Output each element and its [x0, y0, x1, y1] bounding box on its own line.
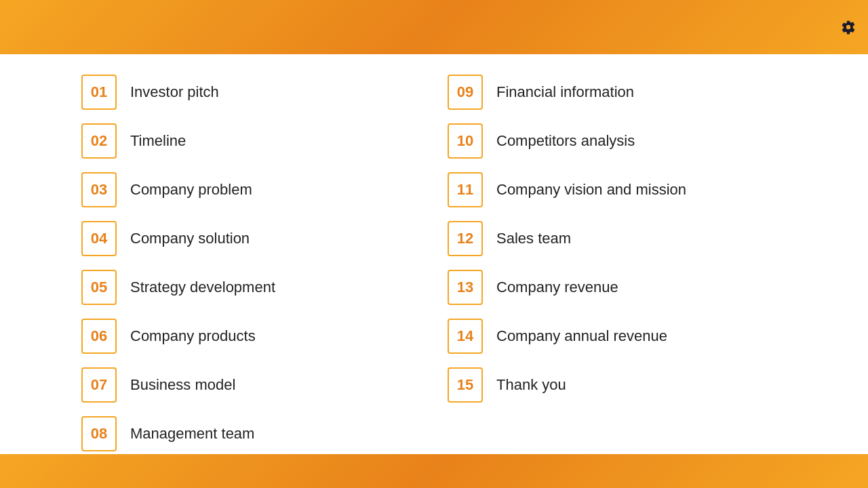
item-label: Strategy development: [130, 279, 275, 296]
agenda-item: 11Company vision and mission: [448, 165, 814, 214]
number-box: 01: [81, 75, 117, 110]
gear-icon: [841, 20, 856, 35]
agenda-item: 03Company problem: [81, 165, 448, 214]
item-label: Timeline: [130, 132, 186, 150]
number-box: 03: [81, 172, 117, 207]
item-label: Financial information: [496, 83, 634, 101]
number-box: 04: [81, 221, 117, 256]
number-box: 14: [448, 319, 483, 354]
agenda-item: 06Company products: [81, 312, 448, 361]
agenda-item: 14Company annual revenue: [448, 312, 814, 361]
agenda-item: 02Timeline: [81, 117, 448, 165]
item-label: Company revenue: [496, 279, 618, 296]
header: [0, 0, 868, 54]
agenda-item: 04Company solution: [81, 214, 448, 263]
agenda-item: 07Business model: [81, 361, 448, 409]
logo-dummy: [841, 20, 857, 35]
item-label: Company problem: [130, 181, 252, 199]
number-box: 05: [81, 270, 117, 305]
agenda-item: 15Thank you: [448, 361, 814, 409]
agenda-item: 05Strategy development: [81, 263, 448, 312]
agenda-item: 08Management team: [81, 409, 448, 458]
number-box: 06: [81, 319, 117, 354]
number-box: 13: [448, 270, 483, 305]
number-box: 11: [448, 172, 483, 207]
number-box: 07: [81, 367, 117, 403]
item-label: Thank you: [496, 376, 566, 394]
item-label: Business model: [130, 376, 235, 394]
agenda-item: 10Competitors analysis: [448, 117, 814, 165]
item-label: Sales team: [496, 230, 571, 247]
right-col: 09Financial information10Competitors ana…: [448, 68, 814, 458]
agenda-item: 01Investor pitch: [81, 68, 448, 117]
number-box: 10: [448, 123, 483, 159]
item-label: Management team: [130, 425, 254, 443]
number-box: 09: [448, 75, 483, 110]
number-box: 08: [81, 416, 117, 451]
item-label: Company vision and mission: [496, 181, 686, 199]
agenda-item: 12Sales team: [448, 214, 814, 263]
agenda-item: 13Company revenue: [448, 263, 814, 312]
item-label: Competitors analysis: [496, 132, 635, 150]
main-content: 01Investor pitch02Timeline03Company prob…: [0, 54, 868, 454]
agenda-item: 09Financial information: [448, 68, 814, 117]
item-label: Company products: [130, 327, 256, 345]
item-label: Investor pitch: [130, 83, 219, 101]
number-box: 12: [448, 221, 483, 256]
logo-area: [841, 20, 857, 35]
number-box: 15: [448, 367, 483, 403]
item-label: Company annual revenue: [496, 327, 667, 345]
number-box: 02: [81, 123, 117, 159]
item-label: Company solution: [130, 230, 250, 247]
left-col: 01Investor pitch02Timeline03Company prob…: [81, 68, 448, 458]
footer: [0, 454, 868, 488]
